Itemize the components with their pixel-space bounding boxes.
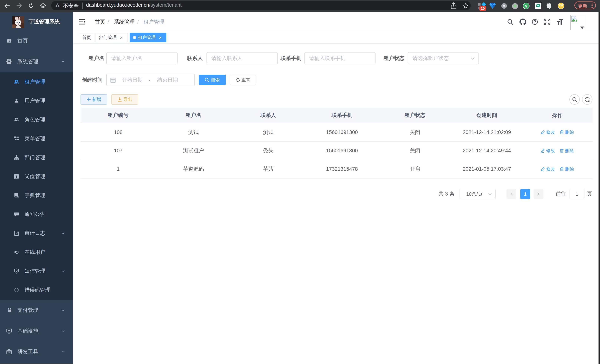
svg-text:y: y xyxy=(525,3,527,8)
svg-text:⌘: ⌘ xyxy=(502,4,506,8)
